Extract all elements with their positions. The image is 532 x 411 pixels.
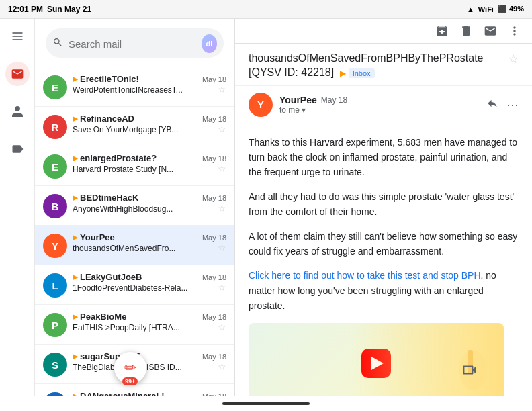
more-button[interactable] [508,24,521,38]
sender-display-name: YourPee [279,95,317,105]
time: 12:01 PM [8,5,43,14]
email-item-4[interactable]: B ▶ BEDtimeHacK May 18 AnyoneWithHighBlo… [35,186,234,226]
camera-icon[interactable] [461,361,478,383]
date-8: May 18 [202,353,226,361]
notification-badge: 99+ [122,377,138,385]
email-item-3[interactable]: E ▶ enlargedProstate? May 18 Harvard Pro… [35,146,234,186]
avatar-4: B [43,194,67,218]
sender-name-4: ▶ BEDtimeHacK [73,193,138,203]
mail-nav-icon[interactable] [5,62,30,86]
sender-name-5: ▶ YourPee [73,232,115,242]
sender-name-2: ▶ RefinanceAD [73,113,134,124]
date: Sun May 21 [47,5,91,14]
subject-4: AnyoneWithHighBloodsug... [73,204,173,214]
archive-button[interactable] [435,24,449,38]
avatar-7: P [43,313,67,337]
date-3: May 18 [202,154,226,163]
subject-5: thousandsOfMenSavedFro... [73,244,175,253]
inbox-label: Inbox [349,68,375,78]
star-6[interactable]: ☆ [218,282,226,293]
body-paragraph-1: Thanks to this Harvard experiment, 5,683… [249,135,519,180]
body-paragraph-2: And all they had to do was this simple p… [249,189,519,220]
email-view: thousandsOfMenSavedFromBPHByThePRostate … [235,19,532,396]
sender-name-1: ▶ ErectileTOnic! [73,74,139,84]
avatar-3: E [43,154,67,179]
date-7: May 18 [202,313,226,321]
to-me: to me ▾ [279,105,480,115]
star-8[interactable]: ☆ [218,361,226,372]
menu-button[interactable] [5,24,30,48]
subject-3: Harvard Prostate Study [N... [73,165,173,174]
reply-button[interactable] [486,97,498,112]
email-item-2[interactable]: R ▶ RefinanceAD May 18 Save On YourMortg… [35,107,234,146]
sender-date: May 18 [321,95,347,105]
email-item-1[interactable]: E ▶ ErectileTOnic! May 18 WeirdPotentTon… [35,67,234,107]
sender-avatar: Y [249,93,273,117]
subject-1: WeirdPotentTonicINcreasesT... [73,85,183,95]
date-1: May 18 [202,75,226,83]
search-wrap: di [35,19,234,67]
avatar-8: S [43,353,67,377]
search-input[interactable] [69,38,196,50]
labels-nav-icon[interactable] [5,137,30,161]
avatar-2: R [43,115,67,139]
subject-7: EatTHIS >PoopDaily [HTRA... [73,323,180,332]
sender-name-3: ▶ enlargedProstate? [73,153,157,163]
avatar-5: Y [43,234,67,258]
email-more-button[interactable]: ⋯ [506,97,519,112]
email-detail-header: thousandsOfMenSavedFromBPHByThePRostate … [235,44,532,86]
status-bar: 12:01 PM Sun May 21 ▲ WiFi ⬛ 49% [0,0,532,19]
body-paragraph-3: A lot of them claim they still can't bel… [249,229,519,259]
detail-star-button[interactable]: ☆ [508,52,519,66]
mail-button[interactable] [484,24,497,38]
sender-info: Y YourPee May 18 to me ▾ ⋯ [235,86,532,124]
star-3[interactable]: ☆ [218,163,226,174]
email-item-7[interactable]: P ▶ PeakBioMe May 18 EatTHIS >PoopDaily … [35,305,234,345]
email-item-6[interactable]: L ▶ LEakyGutJoeB May 18 1FoodtoPreventDi… [35,265,234,305]
body-paragraph-4: Click here to find out how to take this … [249,268,519,313]
date-5: May 18 [202,234,226,242]
search-icon [52,37,63,50]
compose-icon: ✏ [124,359,136,377]
user-avatar[interactable]: di [202,34,217,53]
star-7[interactable]: ☆ [218,322,226,332]
inbox-badge: ▶ Inbox [340,68,375,78]
video-bg-art [351,323,504,397]
star-4[interactable]: ☆ [218,203,226,214]
email-item-9[interactable]: D ▶ DANgerousMineraL! May 18 tHousandsOf… [35,384,234,396]
avatar-6: L [43,273,67,298]
delete-button[interactable] [459,24,473,38]
signal-icon: ▲ [467,5,474,13]
bph-link[interactable]: Click here to find out how to take this … [249,270,481,281]
star-2[interactable]: ☆ [218,124,226,134]
star-5[interactable]: ☆ [218,242,226,253]
subject-6: 1FoodtoPreventDiabetes-Rela... [73,283,187,293]
sender-name-7: ▶ PeakBioMe [73,312,126,322]
sidebar-icons [0,19,35,396]
email-toolbar [235,19,532,44]
sender-name-6: ▶ LEakyGutJoeB [73,272,142,282]
video-thumbnail[interactable] [249,323,504,397]
main-container: di E ▶ ErectileTOnic! May 18 WeirdPotent… [0,19,532,396]
home-indicator [0,396,532,411]
sender-name-9: ▶ DANgerousMineraL! [73,391,165,396]
wifi-icon: WiFi [478,5,494,13]
date-6: May 18 [202,273,226,281]
email-list: E ▶ ErectileTOnic! May 18 WeirdPotentTon… [35,67,234,396]
email-list-panel: di E ▶ ErectileTOnic! May 18 WeirdPotent… [35,19,235,396]
contacts-nav-icon[interactable] [5,99,30,124]
avatar-1: E [43,75,67,99]
battery-icon: ⬛ 49% [498,5,524,13]
subject-2: Save On YourMortgage [YB... [73,125,178,134]
email-item-5[interactable]: Y ▶ YourPee May 18 thousandsOfMenSavedFr… [35,226,234,265]
date-4: May 18 [202,194,226,202]
search-bar[interactable]: di [46,28,224,58]
date-2: May 18 [202,115,226,123]
home-bar [222,402,310,405]
email-body: Thanks to this Harvard experiment, 5,683… [235,124,532,396]
star-1[interactable]: ☆ [218,84,226,95]
